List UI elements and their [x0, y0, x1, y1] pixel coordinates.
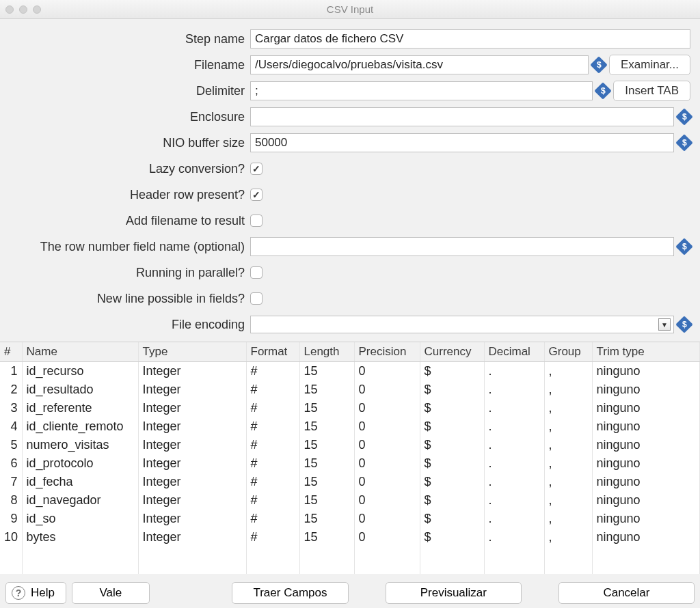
fields-table[interactable]: # Name Type Format Length Precision Curr…: [0, 342, 700, 574]
cell-group[interactable]: ,: [544, 361, 592, 381]
cell-num[interactable]: 8: [0, 491, 22, 510]
cell-name[interactable]: id_recurso: [22, 361, 138, 381]
cell-currency[interactable]: $: [420, 510, 484, 528]
cell-currency[interactable]: $: [420, 361, 484, 381]
cell-type[interactable]: Integer: [138, 399, 246, 417]
ok-button[interactable]: Vale: [72, 582, 150, 604]
table-row[interactable]: 5numero_visitasInteger#150$.,ninguno: [0, 436, 700, 454]
browse-button[interactable]: Examinar...: [609, 55, 690, 75]
cell-type[interactable]: Integer: [138, 510, 246, 528]
cell-format[interactable]: #: [246, 417, 299, 436]
cell-currency[interactable]: $: [420, 491, 484, 510]
cell-group[interactable]: ,: [544, 381, 592, 399]
cell-length[interactable]: 15: [299, 381, 354, 399]
cell-format[interactable]: #: [246, 528, 299, 547]
cell-format[interactable]: #: [246, 381, 299, 399]
cell-precision[interactable]: 0: [354, 528, 420, 547]
cell-type[interactable]: Integer: [138, 417, 246, 436]
cell-decimal[interactable]: .: [484, 454, 544, 473]
cell-currency[interactable]: $: [420, 473, 484, 491]
cell-format[interactable]: #: [246, 399, 299, 417]
cell-name[interactable]: id_fecha: [22, 473, 138, 491]
delimiter-input[interactable]: [250, 81, 593, 100]
cell-group[interactable]: ,: [544, 454, 592, 473]
cell-currency[interactable]: $: [420, 381, 484, 399]
minimize-window-icon[interactable]: [19, 5, 27, 14]
cell-trim[interactable]: ninguno: [592, 436, 700, 454]
cell-trim[interactable]: ninguno: [592, 473, 700, 491]
buffer-input[interactable]: [250, 133, 674, 152]
table-row[interactable]: 6id_protocoloInteger#150$.,ninguno: [0, 454, 700, 473]
cell-decimal[interactable]: .: [484, 381, 544, 399]
cell-format[interactable]: #: [246, 473, 299, 491]
cell-type[interactable]: Integer: [138, 454, 246, 473]
variable-icon[interactable]: $: [675, 316, 692, 333]
encoding-combo[interactable]: ▼: [250, 316, 674, 333]
cell-group[interactable]: ,: [544, 436, 592, 454]
cell-num[interactable]: 4: [0, 417, 22, 436]
cell-length[interactable]: 15: [299, 417, 354, 436]
variable-icon[interactable]: $: [675, 238, 692, 255]
cell-precision[interactable]: 0: [354, 510, 420, 528]
col-header-currency[interactable]: Currency: [420, 342, 484, 361]
cell-type[interactable]: Integer: [138, 473, 246, 491]
variable-icon[interactable]: $: [675, 108, 692, 125]
cell-precision[interactable]: 0: [354, 361, 420, 381]
cell-precision[interactable]: 0: [354, 473, 420, 491]
cell-format[interactable]: #: [246, 454, 299, 473]
header-checkbox[interactable]: [250, 189, 262, 201]
enclosure-input[interactable]: [250, 107, 674, 126]
col-header-group[interactable]: Group: [544, 342, 592, 361]
newline-checkbox[interactable]: [250, 292, 262, 305]
row-number-input[interactable]: [250, 237, 674, 256]
table-row[interactable]: 9id_soInteger#150$.,ninguno: [0, 510, 700, 528]
table-row[interactable]: 3id_referenteInteger#150$.,ninguno: [0, 399, 700, 417]
table-row[interactable]: 1id_recursoInteger#150$.,ninguno: [0, 361, 700, 381]
cell-group[interactable]: ,: [544, 473, 592, 491]
cell-name[interactable]: id_cliente_remoto: [22, 417, 138, 436]
cell-format[interactable]: #: [246, 491, 299, 510]
col-header-precision[interactable]: Precision: [354, 342, 420, 361]
cell-length[interactable]: 15: [299, 510, 354, 528]
cell-decimal[interactable]: .: [484, 361, 544, 381]
cell-group[interactable]: ,: [544, 491, 592, 510]
cell-name[interactable]: id_resultado: [22, 381, 138, 399]
get-fields-button[interactable]: Traer Campos: [232, 582, 349, 604]
cell-length[interactable]: 15: [299, 473, 354, 491]
help-button[interactable]: ? Help: [5, 582, 66, 604]
cell-trim[interactable]: ninguno: [592, 454, 700, 473]
cell-currency[interactable]: $: [420, 454, 484, 473]
cell-precision[interactable]: 0: [354, 381, 420, 399]
cell-name[interactable]: id_so: [22, 510, 138, 528]
cell-num[interactable]: 6: [0, 454, 22, 473]
cell-name[interactable]: numero_visitas: [22, 436, 138, 454]
table-row[interactable]: 4id_cliente_remotoInteger#150$.,ninguno: [0, 417, 700, 436]
cell-group[interactable]: ,: [544, 528, 592, 547]
close-window-icon[interactable]: [5, 5, 14, 14]
cell-num[interactable]: 2: [0, 381, 22, 399]
cancel-button[interactable]: Cancelar: [558, 582, 695, 604]
cell-name[interactable]: bytes: [22, 528, 138, 547]
table-row[interactable]: 2id_resultadoInteger#150$.,ninguno: [0, 381, 700, 399]
cell-currency[interactable]: $: [420, 528, 484, 547]
cell-trim[interactable]: ninguno: [592, 381, 700, 399]
cell-decimal[interactable]: .: [484, 436, 544, 454]
cell-decimal[interactable]: .: [484, 528, 544, 547]
cell-decimal[interactable]: .: [484, 473, 544, 491]
cell-currency[interactable]: $: [420, 399, 484, 417]
cell-format[interactable]: #: [246, 510, 299, 528]
col-header-format[interactable]: Format: [246, 342, 299, 361]
table-row[interactable]: 10bytesInteger#150$.,ninguno: [0, 528, 700, 547]
cell-num[interactable]: 1: [0, 361, 22, 381]
cell-trim[interactable]: ninguno: [592, 361, 700, 381]
cell-num[interactable]: 5: [0, 436, 22, 454]
col-header-name[interactable]: Name: [22, 342, 138, 361]
col-header-length[interactable]: Length: [299, 342, 354, 361]
cell-length[interactable]: 15: [299, 399, 354, 417]
cell-num[interactable]: 10: [0, 528, 22, 547]
insert-tab-button[interactable]: Insert TAB: [613, 81, 690, 101]
col-header-decimal[interactable]: Decimal: [484, 342, 544, 361]
cell-length[interactable]: 15: [299, 436, 354, 454]
table-row[interactable]: 7id_fechaInteger#150$.,ninguno: [0, 473, 700, 491]
cell-decimal[interactable]: .: [484, 399, 544, 417]
